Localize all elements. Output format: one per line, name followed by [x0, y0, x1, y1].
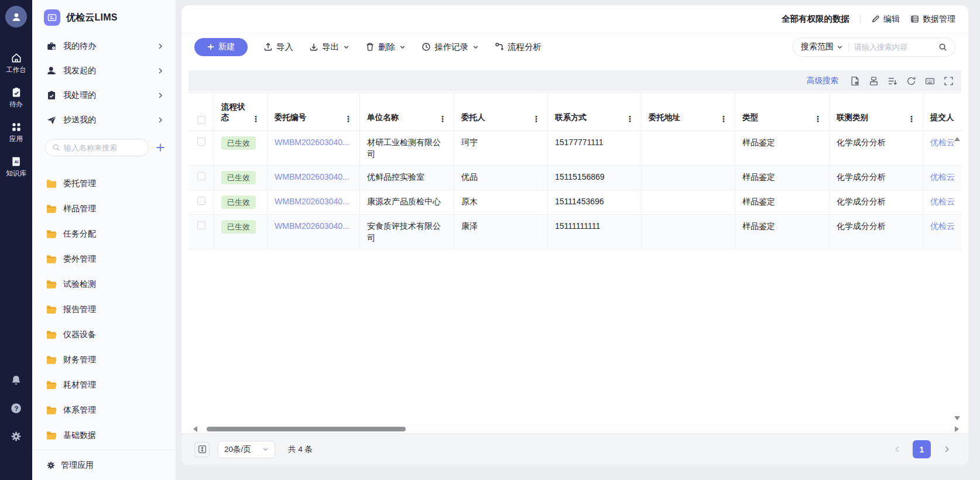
scrollbar-thumb[interactable] [207, 427, 406, 431]
folder-item-reports[interactable]: 报告管理 [32, 297, 176, 322]
avatar[interactable] [5, 6, 27, 28]
keyboard-icon[interactable] [925, 76, 935, 86]
manage-app-button[interactable]: 管理应用 [32, 450, 176, 480]
page-size-select[interactable]: 20条/页 [218, 441, 275, 458]
add-icon[interactable] [156, 143, 165, 152]
column-header-phone[interactable]: 联系方式 ⋮ [548, 93, 642, 131]
row-checkbox[interactable] [197, 138, 205, 146]
folder-item-testing[interactable]: 试验检测 [32, 272, 176, 297]
fullscreen-icon[interactable] [944, 76, 954, 86]
folder-item-finance[interactable]: 财务管理 [32, 347, 176, 372]
column-menu-icon[interactable]: ⋮ [438, 115, 447, 123]
data-manage-button[interactable]: 数据管理 [910, 14, 955, 25]
folder-item-commission[interactable]: 委托管理 [32, 171, 176, 196]
edit-button[interactable]: 编辑 [871, 14, 900, 25]
column-menu-icon[interactable]: ⋮ [252, 115, 260, 123]
scroll-right-arrow[interactable] [955, 426, 959, 432]
notifications-bell-icon[interactable] [10, 374, 22, 386]
ai-knowledge-icon: AI [11, 156, 22, 167]
search-icon[interactable] [938, 43, 947, 52]
column-header-status[interactable]: 流程状态 ⋮ [214, 93, 268, 131]
commission-code-link[interactable]: WMBM202603040... [275, 172, 349, 181]
operation-history-button[interactable]: 操作记录 [422, 42, 479, 53]
row-density-button[interactable] [194, 442, 210, 457]
menu-item-my-todo[interactable]: 我的待办 [32, 34, 176, 59]
refresh-icon[interactable] [906, 76, 916, 86]
card-view-icon[interactable] [869, 76, 879, 86]
folder-item-outsourcing[interactable]: 委外管理 [32, 246, 176, 272]
folder-label: 试验检测 [63, 279, 96, 290]
column-header-submitter[interactable]: 提交人 [923, 93, 958, 131]
rail-item-apps[interactable]: 应用 [0, 121, 32, 143]
row-checkbox[interactable] [197, 197, 205, 205]
column-header-type[interactable]: 类型 ⋮ [735, 93, 830, 131]
rail-item-knowledge[interactable]: AI 知识库 [0, 156, 32, 178]
scroll-up-arrow[interactable] [954, 137, 960, 141]
select-all-checkbox[interactable] [197, 116, 205, 124]
column-menu-icon[interactable]: ⋮ [719, 115, 728, 123]
operation-history-label: 操作记录 [434, 42, 468, 53]
column-menu-icon[interactable]: ⋮ [626, 115, 634, 123]
rail-label: 工作台 [6, 66, 26, 74]
menu-item-cc-to-me[interactable]: 抄送我的 [32, 108, 176, 132]
commission-code-link[interactable]: WMBM202603040... [275, 221, 349, 231]
folder-item-samples[interactable]: 样品管理 [32, 196, 176, 221]
folder-item-task-assignment[interactable]: 任务分配 [32, 221, 176, 246]
flow-analysis-button[interactable]: 流程分析 [495, 42, 542, 53]
rail-item-todo[interactable]: 待办 [0, 87, 32, 109]
sidebar-folders: 委托管理 样品管理 任务分配 委外管理 [32, 162, 176, 448]
search-scope-dropdown[interactable]: 搜索范围 [801, 42, 843, 52]
row-checkbox[interactable] [197, 221, 205, 229]
scroll-down-arrow[interactable] [954, 416, 960, 420]
folder-item-base-data[interactable]: 基础数据 [32, 423, 176, 448]
column-label: 流程状态 [221, 102, 252, 123]
submitter-link[interactable]: 优检云 [930, 221, 955, 231]
commission-code-link[interactable]: WMBM202603040... [275, 138, 349, 147]
column-settings-icon[interactable] [888, 76, 897, 86]
sidebar-search-box[interactable] [45, 139, 149, 156]
scroll-left-arrow[interactable] [193, 426, 197, 432]
table-search-input[interactable] [854, 43, 933, 52]
page-size-value: 20条/页 [224, 444, 251, 455]
prev-page-button[interactable] [888, 441, 906, 458]
menu-item-handled-by-me[interactable]: 我处理的 [32, 83, 176, 108]
folder-item-instruments[interactable]: 仪器设备 [32, 322, 176, 347]
folder-item-consumables[interactable]: 耗材管理 [32, 372, 176, 397]
submitter-link[interactable]: 优检云 [930, 138, 955, 147]
cell-status: 已生效 [214, 131, 268, 165]
page-number-button[interactable]: 1 [913, 440, 931, 458]
next-page-button[interactable] [938, 441, 955, 458]
export-file-icon[interactable] [850, 76, 860, 86]
delete-button[interactable]: 删除 [365, 42, 406, 53]
row-checkbox[interactable] [197, 172, 205, 180]
column-menu-icon[interactable]: ⋮ [814, 115, 822, 123]
column-header-code[interactable]: 委托编号 ⋮ [268, 93, 360, 131]
folder-label: 仪器设备 [63, 330, 96, 340]
menu-item-label: 我处理的 [63, 90, 96, 101]
column-header-org[interactable]: 单位名称 ⋮ [360, 93, 454, 131]
column-menu-icon[interactable]: ⋮ [532, 115, 540, 123]
new-button[interactable]: 新建 [194, 38, 248, 56]
import-button[interactable]: 导入 [263, 42, 293, 53]
settings-gear-icon[interactable] [10, 430, 22, 443]
menu-item-initiated-by-me[interactable]: 我发起的 [32, 59, 176, 83]
scrollbar-track[interactable] [197, 425, 955, 433]
help-icon[interactable]: ? [10, 402, 22, 414]
submitter-link[interactable]: 优检云 [930, 197, 955, 206]
rail-item-workbench[interactable]: 工作台 [0, 52, 32, 74]
export-button[interactable]: 导出 [309, 42, 349, 53]
vertical-scrollbar[interactable] [953, 137, 961, 420]
column-header-client[interactable]: 委托人 ⋮ [454, 93, 548, 131]
chevron-down-icon [399, 44, 406, 50]
menu-item-label: 我发起的 [63, 66, 96, 76]
column-menu-icon[interactable]: ⋮ [907, 115, 916, 123]
folder-item-quality-system[interactable]: 体系管理 [32, 397, 176, 423]
sidebar-search-input[interactable] [64, 143, 142, 152]
horizontal-scrollbar[interactable] [189, 425, 961, 433]
commission-code-link[interactable]: WMBM202603040... [275, 197, 349, 206]
advanced-search-link[interactable]: 高级搜索 [807, 76, 838, 86]
column-header-address[interactable]: 委托地址 ⋮ [642, 93, 735, 131]
column-header-category[interactable]: 联测类别 ⋮ [830, 93, 923, 131]
column-menu-icon[interactable]: ⋮ [344, 115, 352, 123]
submitter-link[interactable]: 优检云 [930, 172, 955, 181]
